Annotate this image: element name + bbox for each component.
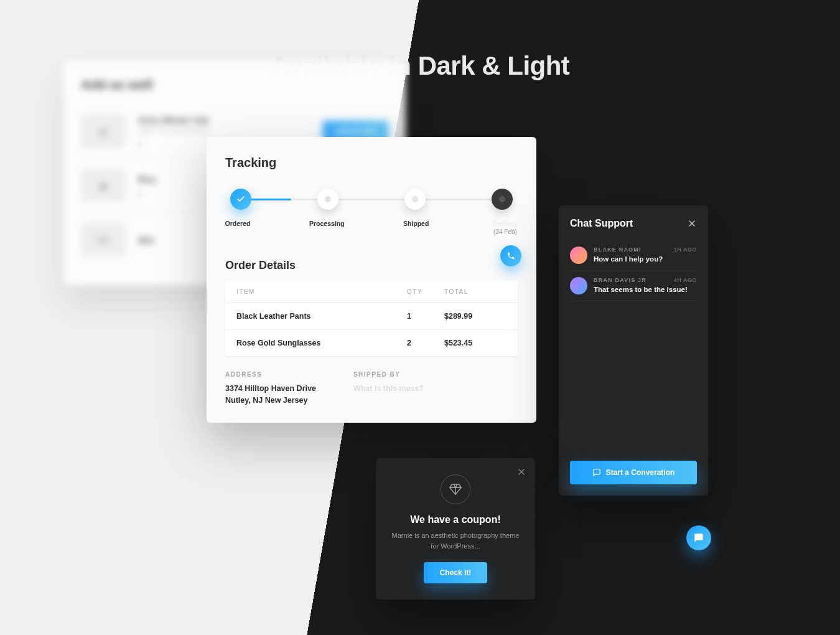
coupon-modal: We have a coupon! Marnie is an aesthetic… xyxy=(376,458,535,600)
step-label-shipped: Shipped xyxy=(403,220,429,227)
step-ordered[interactable] xyxy=(230,189,251,210)
product-thumb: 👓 xyxy=(81,223,126,256)
coupon-body: Marnie is an aesthetic photography theme… xyxy=(390,530,521,551)
step-labels: Ordered Processing Shipped Delivery (24 … xyxy=(219,220,524,235)
address-value: 3374 Hilltop Haven Drive Nutley, NJ New … xyxy=(225,383,316,407)
step-sub-delivery: (24 Feb) xyxy=(487,228,524,235)
chat-title: Chat Support xyxy=(570,218,633,229)
product-name: Grey Winter Hat xyxy=(138,115,310,125)
order-table: ITEM QTY TOTAL Black Leather Pants 1 $28… xyxy=(225,281,518,356)
table-row[interactable]: Rose Gold Sunglasses 2 $523.45 xyxy=(225,330,518,356)
row-item: Black Leather Pants xyxy=(236,312,407,321)
product-thumb: ◍ xyxy=(81,115,126,148)
col-item: ITEM xyxy=(236,288,407,295)
addaswell-title: Add as well xyxy=(81,77,388,92)
table-head: ITEM QTY TOTAL xyxy=(225,281,518,303)
col-total: TOTAL xyxy=(444,288,506,295)
start-conversation-label: Start a Converation xyxy=(606,468,675,477)
shippedby-block: SHIPPED BY What is this mess? xyxy=(353,371,424,407)
message-time: 4H AGO xyxy=(674,277,697,283)
address-block: ADDRESS 3374 Hilltop Haven Drive Nutley,… xyxy=(225,371,316,407)
avatar xyxy=(570,277,587,294)
product-category: MEN, ACCESSORIES xyxy=(138,128,310,134)
row-item: Rose Gold Sunglasses xyxy=(236,339,407,347)
step-delivery[interactable] xyxy=(492,189,513,210)
chat-fab[interactable] xyxy=(686,525,711,550)
step-label-processing: Processing xyxy=(309,220,345,227)
message-name: BRAN DAVIS JR xyxy=(594,277,646,283)
message-name: BLAKE NAOMI xyxy=(594,247,642,253)
message-text: How can I help you? xyxy=(594,255,697,263)
shippedby-value: What is this mess? xyxy=(353,383,424,395)
close-icon[interactable] xyxy=(687,219,697,228)
diamond-icon-wrap xyxy=(441,474,470,504)
step-shipped[interactable] xyxy=(404,189,426,210)
tracking-steps xyxy=(230,187,513,211)
message-time: 1H AGO xyxy=(674,247,697,253)
tracking-title: Tracking xyxy=(225,156,518,170)
message-square-icon xyxy=(592,468,601,477)
order-details-title: Order Details xyxy=(225,259,518,272)
coupon-title: We have a coupon! xyxy=(390,514,521,525)
close-icon[interactable] xyxy=(516,467,526,477)
step-label-ordered: Ordered xyxy=(225,220,251,227)
table-row[interactable]: Black Leather Pants 1 $289.99 xyxy=(225,303,518,330)
check-icon xyxy=(236,195,245,204)
order-meta: ADDRESS 3374 Hilltop Haven Drive Nutley,… xyxy=(225,371,518,407)
chat-icon xyxy=(694,533,704,543)
row-total: $523.45 xyxy=(444,339,506,347)
message-text: That seems to be the issue! xyxy=(594,286,697,293)
phone-icon xyxy=(506,252,515,260)
chat-support-card: Chat Support BLAKE NAOMI 1H AGO How can … xyxy=(559,205,708,496)
start-conversation-button[interactable]: Start a Converation xyxy=(570,461,697,484)
tracking-card: Tracking Ordered Processing Shipped Deli… xyxy=(207,137,536,423)
address-label: ADDRESS xyxy=(225,371,316,378)
step-label-delivery: Delivery xyxy=(493,220,518,227)
diamond-icon xyxy=(449,482,462,496)
row-qty: 1 xyxy=(407,312,444,321)
call-button[interactable] xyxy=(500,245,521,266)
chat-message[interactable]: BLAKE NAOMI 1H AGO How can I help you? xyxy=(570,240,697,271)
product-thumb: ◉ xyxy=(81,169,126,202)
step-processing[interactable] xyxy=(317,189,338,210)
chat-message[interactable]: BRAN DAVIS JR 4H AGO That seems to be th… xyxy=(570,271,697,301)
row-qty: 2 xyxy=(407,339,444,347)
check-it-button[interactable]: Check it! xyxy=(424,562,488,583)
shippedby-label: SHIPPED BY xyxy=(353,371,424,378)
row-total: $289.99 xyxy=(444,312,506,321)
avatar xyxy=(570,247,587,264)
col-qty: QTY xyxy=(407,288,444,295)
